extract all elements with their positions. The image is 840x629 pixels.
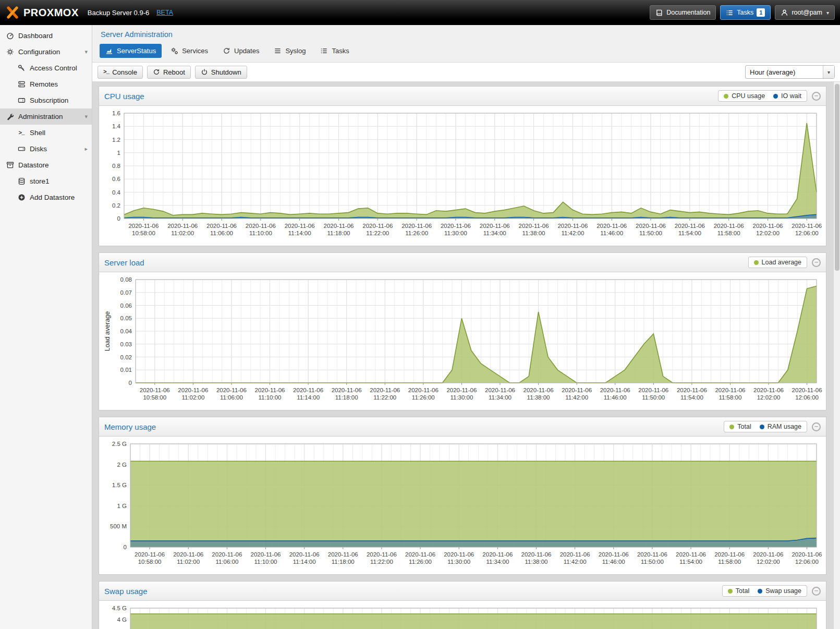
chevron-down-icon: ▾ [826,10,829,16]
sidebar-item-disks[interactable]: Disks ▸ [0,141,92,157]
svg-text:1.5 G: 1.5 G [112,482,127,488]
svg-text:11:46:00: 11:46:00 [604,394,627,401]
svg-text:0.02: 0.02 [120,354,132,360]
book-icon [655,9,663,17]
tab-updates[interactable]: Updates [217,44,265,58]
svg-text:11:30:00: 11:30:00 [447,559,470,565]
svg-text:2020-11-06: 2020-11-06 [332,387,362,393]
svg-text:2020-11-06: 2020-11-06 [676,551,706,558]
tab-services[interactable]: Services [165,44,214,58]
beta-link[interactable]: BETA [156,9,173,16]
legend-label: Total [736,587,749,595]
shutdown-button[interactable]: Shutdown [195,66,247,79]
svg-text:0.8: 0.8 [112,163,120,169]
gauge-icon [5,32,15,40]
sidebar-item-dashboard[interactable]: Dashboard [0,28,92,44]
svg-text:11:34:00: 11:34:00 [489,394,512,401]
svg-text:11:22:00: 11:22:00 [373,394,396,401]
sidebar-item-datastore[interactable]: Datastore [0,157,92,173]
svg-text:10:58:00: 10:58:00 [143,394,166,401]
panel-title: CPU usage [104,92,144,101]
sidebar-item-configuration[interactable]: Configuration ▾ [0,44,92,60]
svg-text:11:26:00: 11:26:00 [409,559,432,565]
reboot-button[interactable]: Reboot [147,66,191,79]
vertical-scrollbar[interactable] [833,82,840,629]
collapse-panel-button[interactable]: − [812,258,821,267]
scrollbar-thumb[interactable] [835,84,839,271]
documentation-button[interactable]: Documentation [650,5,716,20]
svg-text:11:22:00: 11:22:00 [370,559,393,565]
reboot-label: Reboot [163,68,185,76]
tasks-button[interactable]: Tasks 1 [720,5,771,20]
svg-text:12:02:00: 12:02:00 [757,559,780,565]
sidebar-item-add-datastore[interactable]: Add Datastore [0,189,92,205]
time-range-select[interactable]: Hour (average) ▾ [745,65,835,79]
sidebar-item-label: Configuration [18,48,60,56]
legend-color-dot [754,260,759,265]
svg-text:0: 0 [124,544,127,550]
svg-text:2020-11-06: 2020-11-06 [752,223,783,229]
svg-text:11:18:00: 11:18:00 [335,394,358,401]
svg-text:2020-11-06: 2020-11-06 [715,387,745,393]
legend-label: IO wait [781,92,801,100]
refresh-icon [223,47,230,55]
console-button[interactable]: >_ Console [98,66,143,79]
legend-label: RAM usage [768,423,801,430]
svg-text:2020-11-06: 2020-11-06 [446,387,477,393]
svg-text:1.2: 1.2 [112,137,120,143]
svg-text:2020-11-06: 2020-11-06 [251,551,281,558]
svg-text:2020-11-06: 2020-11-06 [408,387,439,393]
svg-text:0.04: 0.04 [120,328,132,334]
sidebar-item-label: Disks [30,145,47,153]
plus-circle-icon [17,193,26,201]
svg-text:11:02:00: 11:02:00 [181,394,204,401]
svg-text:500 M: 500 M [110,523,127,529]
user-menu-button[interactable]: root@pam ▾ [775,5,835,20]
sidebar-item-administration[interactable]: Administration ▾ [0,108,92,125]
svg-text:2020-11-06: 2020-11-06 [255,387,285,393]
sidebar-item-store1[interactable]: store1 [0,173,92,189]
tab-tasks[interactable]: Tasks [314,44,355,58]
sidebar-item-label: Remotes [30,80,58,88]
panel-header: CPU usage CPU usage IO wait − [99,87,826,106]
panel-body: 0500 M1 G1.5 G2 G2.5 G3 G3.5 G4 G4.5 G20… [99,601,826,629]
tab-bar: ServerStatus Services Updates Syslog Tas… [92,40,840,62]
svg-text:4 G: 4 G [117,616,127,623]
legend-color-dot [773,94,778,99]
svg-text:1 G: 1 G [117,503,127,509]
svg-text:2020-11-06: 2020-11-06 [128,223,159,229]
svg-text:4.5 G: 4.5 G [112,605,127,611]
sidebar-item-access-control[interactable]: Access Control [0,60,92,76]
collapse-panel-button[interactable]: − [812,587,821,596]
svg-text:2020-11-06: 2020-11-06 [401,223,432,229]
sidebar-item-label: Datastore [18,161,49,169]
svg-text:0.2: 0.2 [112,202,120,209]
area-chart-icon [105,47,113,55]
legend-color-dot [760,425,764,429]
tab-serverstatus[interactable]: ServerStatus [100,44,162,58]
sidebar-item-subscription[interactable]: Subscription [0,92,92,108]
svg-text:2020-11-06: 2020-11-06 [714,551,745,558]
collapse-panel-button[interactable]: − [812,92,821,101]
tab-syslog[interactable]: Syslog [268,44,311,58]
sidebar-item-label: Dashboard [18,32,53,40]
svg-text:2020-11-06: 2020-11-06 [557,223,588,229]
user-label: root@pam [792,9,822,16]
top-header: PROXMOX Backup Server 0.9-6 BETA Documen… [0,0,840,25]
sidebar-item-shell[interactable]: >_ Shell [0,125,92,141]
svg-text:0: 0 [129,380,132,386]
svg-text:0.05: 0.05 [120,315,132,321]
sidebar-item-remotes[interactable]: Remotes [0,76,92,92]
list-icon [726,9,734,17]
sidebar-item-label: Add Datastore [30,193,75,201]
svg-text:11:22:00: 11:22:00 [366,230,389,236]
panel-header: Memory usage Total RAM usage − [99,417,826,437]
collapse-panel-button[interactable]: − [812,422,821,431]
panel-header: Swap usage Total Swap usage − [99,582,826,601]
hard-disk-icon [17,145,26,153]
panel-body: 00.20.40.60.811.21.41.62020-11-0610:58:0… [99,106,826,246]
tab-label: Tasks [332,47,349,55]
svg-text:2020-11-06: 2020-11-06 [637,551,667,558]
panel-title: Memory usage [104,422,156,431]
svg-text:2020-11-06: 2020-11-06 [677,387,707,393]
